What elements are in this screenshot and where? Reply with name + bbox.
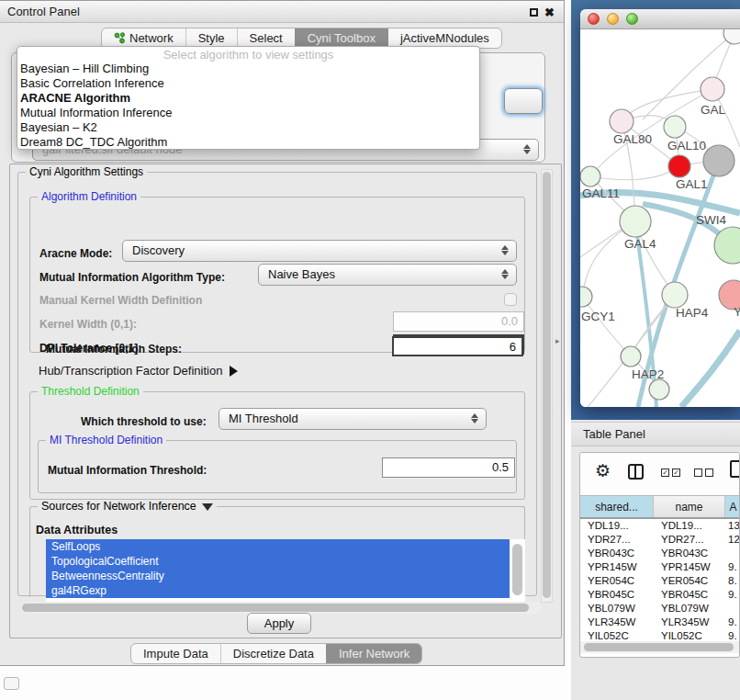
table-cell[interactable]: 9.: [725, 615, 740, 629]
table-row[interactable]: YBR043CYBR043C: [580, 547, 740, 560]
close-icon[interactable]: ✖: [544, 6, 555, 18]
table-row[interactable]: YDL19...YDL19...13: [580, 519, 740, 533]
tab-impute-data[interactable]: Impute Data: [131, 644, 220, 663]
network-canvas[interactable]: GALGAL80GAL10GAL1GAL11GAL4SWI4YHAP4GCY1H…: [580, 29, 740, 407]
network-node-hap2[interactable]: [621, 346, 641, 367]
unchecked-boxes-icon[interactable]: [694, 469, 713, 477]
table-cell[interactable]: YDL19...: [654, 519, 725, 533]
table-cell[interactable]: YLR345W: [654, 615, 725, 629]
network-node-gal4[interactable]: [620, 206, 651, 237]
tab-infer-network[interactable]: Infer Network: [326, 644, 421, 663]
zoom-traffic-icon[interactable]: [626, 13, 638, 25]
table-cell[interactable]: YBL079W: [580, 602, 654, 615]
tab-network[interactable]: Network: [102, 28, 185, 48]
network-edge[interactable]: [681, 331, 740, 407]
network-node[interactable]: [649, 379, 669, 400]
which-threshold-combobox[interactable]: MI Threshold: [219, 408, 487, 430]
attribute-list-item[interactable]: TopologicalCoefficient: [46, 554, 510, 569]
table-row[interactable]: YLR345WYLR345W9.: [580, 615, 740, 629]
network-node-gal11[interactable]: [580, 166, 600, 186]
table-cell[interactable]: YDL19...: [580, 519, 654, 533]
table-cell[interactable]: YBR045C: [580, 588, 654, 602]
apply-button[interactable]: Apply: [247, 613, 311, 634]
tab-style[interactable]: Style: [185, 28, 237, 48]
network-node[interactable]: [723, 29, 740, 44]
checked-boxes-icon[interactable]: ✓✓: [661, 469, 680, 477]
table-row[interactable]: YBR045CYBR045C9.: [580, 588, 740, 602]
table-cell[interactable]: 9.: [725, 588, 740, 602]
table-cell[interactable]: YER054C: [580, 574, 654, 588]
tab-jactivemnodules[interactable]: jActiveMNodules: [387, 28, 501, 48]
panel-collapse-handle[interactable]: ▸: [555, 336, 560, 345]
dropdown-item[interactable]: Bayesian – K2: [17, 120, 479, 135]
dock-window-icon[interactable]: [4, 677, 19, 690]
manual-kernel-checkbox[interactable]: [504, 293, 517, 306]
network-node-gal1[interactable]: [668, 155, 690, 177]
close-traffic-icon[interactable]: [588, 13, 600, 25]
table-row[interactable]: YBL079WYBL079W: [580, 602, 740, 615]
table-cell[interactable]: 12: [725, 533, 740, 547]
expand-right-icon[interactable]: [230, 366, 238, 377]
table-row[interactable]: YER054CYER054C8.: [580, 574, 740, 588]
table-cell[interactable]: YPR145W: [654, 560, 725, 574]
table-cell[interactable]: YLR345W: [580, 615, 654, 629]
minimize-traffic-icon[interactable]: [607, 13, 619, 25]
network-node[interactable]: [703, 145, 734, 176]
table-cell[interactable]: YDR27...: [580, 533, 654, 547]
attribute-list-item[interactable]: SelfLoops: [46, 539, 510, 554]
network-node-gal10[interactable]: [664, 116, 686, 138]
aracne-mode-combobox[interactable]: Discovery: [122, 240, 517, 262]
settings-scrollbar-thumb[interactable]: [543, 172, 551, 598]
float-window-icon[interactable]: [530, 8, 538, 17]
table-row[interactable]: YIL052CYIL052C9.: [580, 629, 740, 640]
tab-discretize-data[interactable]: Discretize Data: [220, 644, 326, 663]
table-cell[interactable]: YDR27...: [654, 533, 725, 547]
table-cell[interactable]: YBR043C: [580, 547, 654, 560]
table-cell[interactable]: YPR145W: [580, 560, 654, 574]
mi-threshold-input[interactable]: 0.5: [382, 457, 515, 478]
dropdown-item[interactable]: Basic Correlation Inference: [17, 76, 479, 91]
file-icon[interactable]: [730, 460, 740, 478]
table-cell[interactable]: YIL052C: [654, 629, 725, 640]
dropdown-item[interactable]: ARACNE Algorithm: [17, 91, 479, 106]
table-cell[interactable]: YBR045C: [654, 588, 725, 602]
column-header-name[interactable]: name: [654, 496, 725, 517]
network-node-gal[interactable]: [701, 77, 724, 101]
data-attributes-list[interactable]: SelfLoopsTopologicalCoefficientBetweenne…: [46, 539, 525, 602]
dropdown-item[interactable]: Bayesian – Hill Climbing: [17, 62, 479, 76]
network-node-hap4[interactable]: [662, 282, 688, 308]
table-cell[interactable]: YBR043C: [654, 547, 725, 560]
horizontal-scrollbar-thumb[interactable]: [22, 604, 529, 612]
table-scrollbar-thumb[interactable]: [584, 643, 734, 651]
mi-steps-input[interactable]: 6: [392, 336, 523, 356]
settings-vertical-scrollbar[interactable]: [541, 169, 553, 603]
column-header-shared-name[interactable]: shared...: [580, 496, 654, 517]
table-row[interactable]: YDR27...YDR27...12: [580, 533, 740, 547]
columns-icon[interactable]: [628, 464, 644, 480]
network-node-gal80[interactable]: [610, 109, 633, 133]
list-vertical-scrollbar[interactable]: [512, 544, 522, 595]
tab-select[interactable]: Select: [237, 28, 295, 48]
mi-algorithm-type-combobox[interactable]: Naive Bayes: [258, 264, 517, 286]
kernel-width-input[interactable]: 0.0: [393, 311, 524, 332]
table-cell[interactable]: 9.: [725, 629, 740, 640]
network-graph[interactable]: GALGAL80GAL10GAL1GAL11GAL4SWI4YHAP4GCY1H…: [580, 29, 740, 407]
table-row[interactable]: YPR145WYPR145W9.: [580, 560, 740, 574]
table-cell[interactable]: YBL079W: [654, 602, 725, 615]
table-cell[interactable]: 8.: [725, 574, 740, 588]
network-node-gcy1[interactable]: [580, 287, 592, 307]
tab-cyni-toolbox[interactable]: Cyni Toolbox: [295, 28, 387, 48]
table-cell[interactable]: [725, 547, 740, 560]
gear-icon[interactable]: ⚙: [595, 462, 611, 480]
table-cell[interactable]: YIL052C: [580, 629, 654, 640]
focused-combobox-fragment[interactable]: [504, 88, 543, 114]
network-edge[interactable]: [590, 166, 679, 180]
hub-definition-section[interactable]: Hub/Transcription Factor Definition: [39, 364, 238, 378]
dropdown-item[interactable]: Mutual Information Inference: [17, 106, 479, 120]
table-horizontal-scrollbar[interactable]: [580, 641, 740, 653]
table-cell[interactable]: 9.: [725, 560, 740, 574]
dropdown-item[interactable]: Dream8 DC_TDC Algorithm: [17, 135, 479, 150]
collapse-down-icon[interactable]: [202, 503, 213, 511]
table-cell[interactable]: [725, 602, 740, 615]
attribute-list-item[interactable]: gal4RGexp: [46, 583, 510, 598]
